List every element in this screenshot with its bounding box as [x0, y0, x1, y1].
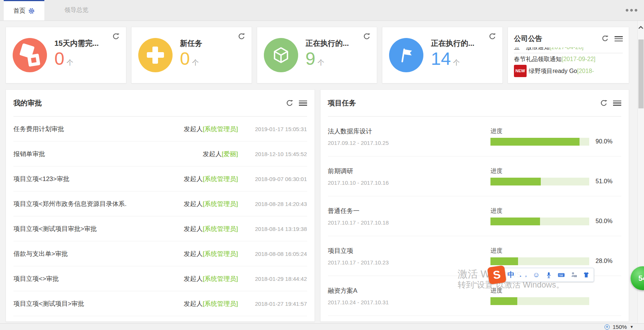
stat-value: 0个	[180, 49, 202, 72]
stat-label: 正在执行的...	[431, 38, 474, 48]
refresh-icon[interactable]	[112, 32, 120, 41]
menu-icon[interactable]	[615, 36, 623, 41]
zoom-in-icon[interactable]: +	[604, 324, 610, 330]
initiator-link[interactable]: [系统管理员]	[203, 200, 238, 207]
svg-text:2.0: 2.0	[574, 275, 577, 277]
approval-time: 2018-12-10 15:45:52	[238, 151, 307, 157]
refresh-icon[interactable]	[600, 99, 608, 107]
progress-bar	[490, 218, 589, 225]
stat-card-new-tasks[interactable]: 新任务 0个	[131, 27, 252, 83]
tab-bar: 首页 领导总览	[0, 0, 644, 21]
progress-label: 进度	[490, 207, 621, 215]
cube-icon	[264, 38, 298, 72]
progress-label: 进度	[490, 287, 621, 295]
initiator-link[interactable]: [系统管理员]	[203, 250, 238, 257]
approval-row[interactable]: 任务费用计划审批 发起人[系统管理员] 2019-01-17 15:05:31	[13, 117, 307, 142]
progress-label: 进度	[490, 247, 621, 255]
initiator-link[interactable]: [系统管理员]	[203, 275, 238, 282]
initiator-link[interactable]: [系统管理员]	[203, 126, 238, 133]
emoji-icon[interactable]: ☺	[533, 271, 540, 279]
announcement-item[interactable]: 春节礼品领取通知[2017-09-22]	[514, 53, 623, 65]
keyboard-icon[interactable]	[557, 271, 565, 279]
progress-bar	[490, 297, 589, 305]
punctuation-icon[interactable]: 。，	[520, 272, 528, 278]
stat-unit: 个	[318, 59, 324, 66]
initiator-link[interactable]: [系统管理员]	[203, 300, 238, 307]
task-row[interactable]: 前期调研 2017.10.10 - 2017.10.16 进度 51.0%	[328, 156, 622, 196]
progress-label: 进度	[490, 167, 621, 175]
progress-bar	[490, 178, 589, 185]
stat-unit: 个	[453, 59, 460, 66]
stat-label: 15天内需完...	[54, 38, 99, 48]
overlapping-squares-icon	[13, 38, 47, 72]
task-date-range: 2017.09.12 - 2017.10.25	[328, 140, 491, 146]
tab-overview-label: 领导总览	[64, 6, 88, 14]
tab-leader-overview[interactable]: 领导总览	[55, 0, 98, 20]
skin-icon[interactable]	[583, 271, 590, 279]
toolbox-icon[interactable]: 2.0	[570, 271, 578, 279]
refresh-icon[interactable]	[285, 99, 294, 107]
scroll-up-icon[interactable]	[638, 21, 644, 34]
approval-row[interactable]: 项目立项<123>审批 发起人[系统管理员] 2018-09-07 06:30:…	[13, 166, 307, 191]
approvals-panel: 我的审批 任务费用计划审批 发起人[系统管理员] 2019-01-17 15:0…	[6, 89, 315, 322]
announcements-title: 公司公告	[514, 34, 601, 44]
initiator-link[interactable]: [爱丽]	[222, 150, 238, 158]
menu-icon[interactable]	[299, 101, 307, 106]
tasks-title: 项目任务	[328, 98, 600, 108]
tab-home-label: 首页	[13, 7, 25, 15]
stat-value: 14个	[431, 49, 474, 72]
tasks-panel: 项目任务 法人数据库设计 2017.09.12 - 2017.10.25 进度	[320, 89, 629, 322]
progress-percent: 50.0%	[596, 218, 619, 225]
stat-value: 9个	[306, 49, 349, 72]
stat-card-executing-tasks[interactable]: 正在执行的... 9个	[257, 27, 378, 83]
approval-time: 2018-01-29 18:44:42	[238, 276, 307, 282]
approval-row[interactable]: 项目立项<测试项目>审批 发起人[系统管理员] 2018-01-27 19:41…	[13, 291, 307, 316]
new-badge: NEW	[514, 65, 527, 77]
refresh-icon[interactable]	[237, 32, 246, 41]
plus-icon	[138, 38, 173, 72]
stat-value: 0个	[54, 49, 99, 72]
refresh-icon[interactable]	[363, 32, 371, 41]
announcement-item[interactable]: 五一放假通知[2017-04-28]	[514, 47, 623, 53]
stat-card-due-15-days[interactable]: 15天内需完... 0个	[6, 27, 126, 83]
sogou-logo-icon[interactable]: S	[487, 265, 506, 285]
task-date-range: 2017.10.17 - 2017.10.23	[328, 259, 491, 266]
stat-cards-row: 15天内需完... 0个 新任务 0个	[6, 27, 629, 83]
more-menu-icon[interactable]	[626, 9, 637, 12]
progress-bar	[490, 257, 589, 265]
initiator-link[interactable]: [系统管理员]	[203, 175, 238, 183]
approval-row[interactable]: 报销单审批 发起人[爱丽] 2018-12-10 15:45:52	[13, 142, 307, 166]
stat-card-executing-projects[interactable]: 正在执行的... 14个	[382, 27, 503, 83]
gear-icon[interactable]	[28, 8, 35, 14]
stat-unit: 个	[67, 59, 73, 66]
approval-time: 2018-01-27 19:41:57	[238, 301, 307, 307]
task-row[interactable]: 普通任务一 2017.10.17 - 2017.10.18 进度 50.0%	[328, 196, 622, 236]
stat-unit: 个	[192, 59, 199, 66]
zoom-dropdown-caret-icon[interactable]: ▼	[630, 325, 634, 329]
status-bar: + 150% ▼	[0, 323, 644, 330]
progress-percent: 28.0%	[596, 258, 619, 264]
approval-row[interactable]: 项目立项<郑州市政务信息资源目录体系. 发起人[系统管理员] 2018-08-2…	[13, 191, 307, 216]
announcements-list: 五一放假通知[2017-04-28] 春节礼品领取通知[2017-09-22] …	[514, 47, 623, 83]
approvals-title: 我的审批	[13, 98, 285, 108]
task-date-range: 2017.10.24 - 2017.10.31	[328, 299, 491, 305]
refresh-icon[interactable]	[601, 35, 609, 43]
chinese-mode-icon[interactable]: 中	[507, 270, 515, 280]
approval-row[interactable]: 项目立项<测试项目审批>审批 发起人[系统管理员] 2018-08-14 13:…	[13, 216, 307, 241]
task-date-range: 2017.10.17 - 2017.10.18	[328, 219, 491, 226]
microphone-icon[interactable]	[545, 272, 552, 279]
stat-label: 新任务	[180, 38, 202, 48]
task-row[interactable]: 法人数据库设计 2017.09.12 - 2017.10.25 进度 90.0%	[328, 117, 622, 156]
tab-home[interactable]: 首页	[4, 0, 44, 20]
announcement-item[interactable]: NEW绿野项目ready Go[2018-	[514, 65, 623, 77]
progress-label: 进度	[490, 127, 621, 135]
initiator-link[interactable]: [系统管理员]	[203, 225, 238, 232]
refresh-icon[interactable]	[488, 32, 496, 41]
progress-percent: 51.0%	[596, 178, 619, 185]
approval-row[interactable]: 项目立项<>审批 发起人[系统管理员] 2018-01-29 18:44:42	[13, 266, 307, 291]
scrollbar-thumb[interactable]	[638, 39, 644, 108]
approval-time: 2018-08-14 13:19:38	[238, 226, 307, 232]
menu-icon[interactable]	[613, 101, 621, 106]
zoom-level[interactable]: 150%	[613, 324, 627, 330]
approval-row[interactable]: 借款与支出单>审批 发起人[系统管理员] 2018-08-08 16:05:24	[13, 241, 307, 266]
